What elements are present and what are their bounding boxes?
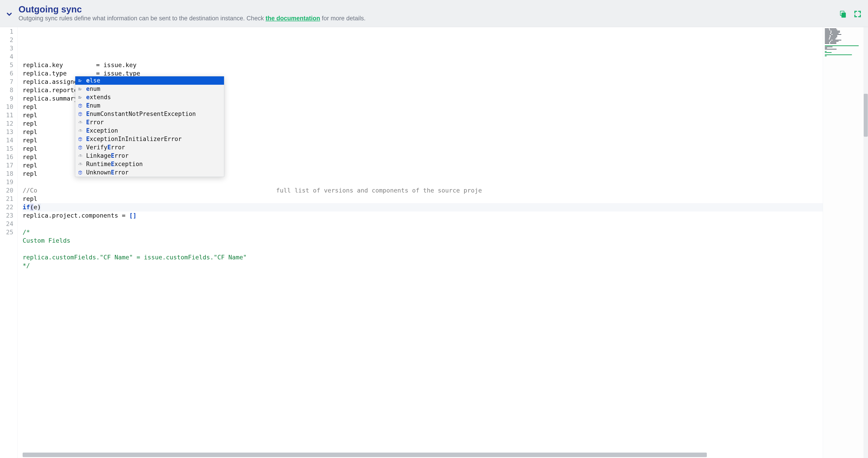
autocomplete-label: else bbox=[86, 76, 100, 85]
panel-header: Outgoing sync Outgoing sync rules define… bbox=[0, 0, 868, 27]
autocomplete-item[interactable]: UnknownError bbox=[75, 168, 224, 177]
line-number: 2 bbox=[0, 36, 13, 44]
code-editor[interactable]: 1234567891011121314151617181920212223242… bbox=[0, 27, 823, 458]
autocomplete-label: UnknownError bbox=[86, 169, 129, 177]
line-number: 18 bbox=[0, 170, 13, 178]
line-number: 23 bbox=[0, 211, 13, 220]
line-number: 5 bbox=[0, 61, 13, 69]
autocomplete-label: RuntimeException bbox=[86, 160, 143, 168]
line-number: 25 bbox=[0, 228, 13, 236]
line-number: 15 bbox=[0, 144, 13, 153]
chevron-down-icon bbox=[5, 10, 13, 18]
header-actions bbox=[839, 8, 862, 18]
autocomplete-label: Exception bbox=[86, 127, 118, 135]
code-line[interactable] bbox=[23, 220, 823, 228]
autocomplete-label: extends bbox=[86, 93, 111, 101]
header-text: Outgoing sync Outgoing sync rules define… bbox=[19, 4, 833, 22]
line-number: 8 bbox=[0, 86, 13, 94]
code-content[interactable]: replica.key = issue.keyreplica.type = is… bbox=[18, 27, 823, 458]
autocomplete-popup[interactable]: elseenumextendsEnumEnumConstantNotPresen… bbox=[75, 76, 224, 177]
autocomplete-item[interactable]: ‹T›Exception bbox=[75, 127, 224, 135]
svg-rect-3 bbox=[842, 12, 846, 18]
autocomplete-item[interactable]: else bbox=[75, 76, 224, 85]
subtitle-pre: Outgoing sync rules define what informat… bbox=[19, 15, 266, 22]
code-line[interactable]: Custom Fields bbox=[23, 236, 823, 245]
line-number: 6 bbox=[0, 69, 13, 78]
minimap-content bbox=[825, 29, 866, 56]
collapse-toggle[interactable] bbox=[5, 7, 13, 19]
autocomplete-label: Error bbox=[86, 119, 104, 127]
code-line[interactable]: //Co full list of versions and component… bbox=[23, 187, 823, 195]
autocomplete-label: enum bbox=[86, 85, 100, 93]
code-line[interactable]: repl bbox=[23, 195, 823, 203]
documentation-link[interactable]: the documentation bbox=[266, 15, 320, 22]
editor-area: 1234567891011121314151617181920212223242… bbox=[0, 27, 868, 458]
code-line[interactable]: replica.project.components = [] bbox=[23, 211, 823, 220]
autocomplete-label: VerifyError bbox=[86, 143, 125, 152]
code-line[interactable]: replica.key = issue.key bbox=[23, 61, 823, 69]
subtitle-post: for more details. bbox=[320, 15, 366, 22]
autocomplete-item[interactable]: ‹T›Error bbox=[75, 118, 224, 127]
vertical-scrollbar[interactable] bbox=[864, 27, 868, 458]
autocomplete-item[interactable]: ExceptionInInitializerError bbox=[75, 135, 224, 143]
autocomplete-label: Enum bbox=[86, 102, 100, 110]
autocomplete-label: EnumConstantNotPresentException bbox=[86, 110, 196, 118]
autocomplete-item[interactable]: ‹T›LinkageError bbox=[75, 152, 224, 160]
fullscreen-button[interactable] bbox=[854, 10, 862, 18]
line-number: 12 bbox=[0, 120, 13, 128]
code-line[interactable]: if(e) bbox=[23, 203, 823, 211]
line-number-gutter: 1234567891011121314151617181920212223242… bbox=[0, 27, 18, 458]
vertical-scrollbar-thumb[interactable] bbox=[864, 94, 868, 137]
code-line[interactable]: /* bbox=[23, 228, 823, 236]
line-number: 1 bbox=[0, 28, 13, 36]
code-line[interactable] bbox=[23, 178, 823, 187]
panel-subtitle: Outgoing sync rules define what informat… bbox=[19, 15, 833, 22]
line-number: 7 bbox=[0, 78, 13, 86]
line-number: 14 bbox=[0, 136, 13, 144]
line-number: 11 bbox=[0, 111, 13, 120]
autocomplete-item[interactable]: Enum bbox=[75, 101, 224, 110]
line-number: 10 bbox=[0, 103, 13, 111]
autocomplete-item[interactable]: enum bbox=[75, 85, 224, 93]
horizontal-scrollbar-thumb[interactable] bbox=[23, 453, 707, 457]
autocomplete-item[interactable]: EnumConstantNotPresentException bbox=[75, 110, 224, 118]
autocomplete-item[interactable]: extends bbox=[75, 93, 224, 101]
line-number: 13 bbox=[0, 128, 13, 136]
autocomplete-label: ExceptionInInitializerError bbox=[86, 135, 182, 143]
line-number: 21 bbox=[0, 195, 13, 203]
code-line[interactable]: replica.customFields."CF Name" = issue.c… bbox=[23, 253, 823, 262]
horizontal-scrollbar[interactable] bbox=[23, 453, 818, 457]
code-line[interactable]: */ bbox=[23, 262, 823, 270]
expand-icon bbox=[854, 10, 862, 18]
line-number: 19 bbox=[0, 178, 13, 187]
autocomplete-label: LinkageError bbox=[86, 152, 129, 160]
line-number: 17 bbox=[0, 161, 13, 170]
line-number: 22 bbox=[0, 203, 13, 211]
editor-minimap[interactable] bbox=[823, 27, 868, 458]
line-number: 3 bbox=[0, 44, 13, 53]
autocomplete-item[interactable]: VerifyError bbox=[75, 143, 224, 152]
copy-button[interactable] bbox=[839, 10, 847, 18]
code-line[interactable] bbox=[23, 245, 823, 253]
line-number: 16 bbox=[0, 153, 13, 161]
autocomplete-item[interactable]: ‹T›RuntimeException bbox=[75, 160, 224, 168]
panel-title: Outgoing sync bbox=[19, 4, 833, 14]
line-number: 9 bbox=[0, 94, 13, 103]
copy-icon bbox=[839, 10, 847, 18]
line-number: 4 bbox=[0, 53, 13, 61]
line-number: 20 bbox=[0, 187, 13, 195]
line-number: 24 bbox=[0, 220, 13, 228]
